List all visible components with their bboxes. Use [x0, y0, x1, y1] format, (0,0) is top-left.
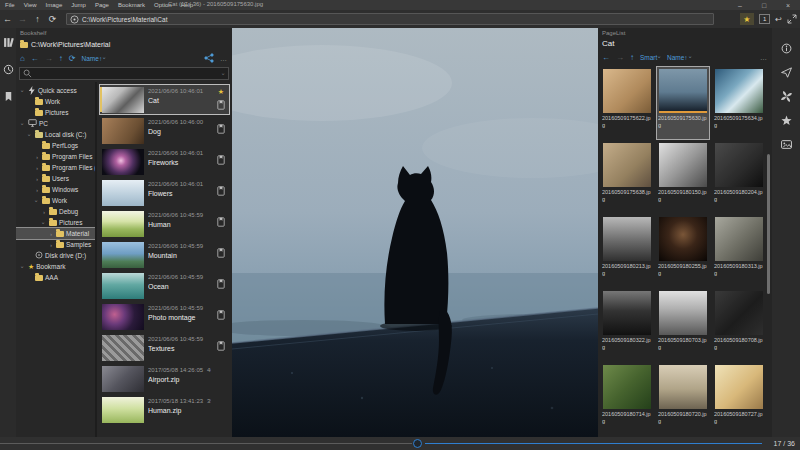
- history-icon[interactable]: [2, 63, 14, 75]
- up-button[interactable]: ↑: [30, 10, 45, 28]
- expander-icon[interactable]: ›: [34, 154, 40, 160]
- expander-icon[interactable]: ›: [34, 187, 40, 193]
- expander-icon[interactable]: ›: [41, 209, 47, 215]
- search-box[interactable]: ›: [19, 67, 229, 80]
- pagelist-scrollbar[interactable]: [767, 154, 770, 294]
- tree-item-users[interactable]: ›Users: [16, 173, 95, 184]
- page-thumb-20160509180322[interactable]: 20160509180322.jpg: [600, 288, 654, 362]
- expander-icon[interactable]: ›: [41, 220, 47, 226]
- page-thumb-20160509180150[interactable]: 20160509180150.jpg: [656, 140, 710, 214]
- page-thumb-20160509180213[interactable]: 20160509180213.jpg: [600, 214, 654, 288]
- tree-item-aaa[interactable]: AAA: [16, 272, 95, 283]
- book-item-fireworks[interactable]: 2021/06/06 10:46:01Fireworks: [99, 146, 230, 177]
- fullscreen-icon[interactable]: [787, 14, 797, 24]
- menu-image[interactable]: Image: [46, 2, 63, 8]
- page-thumb-20160509180703[interactable]: 20160509180703.jpg: [656, 288, 710, 362]
- menu-file[interactable]: File: [5, 2, 15, 8]
- book-item-dog[interactable]: 2021/06/06 10:46:00Dog: [99, 115, 230, 146]
- page-thumb-20160509180727[interactable]: 20160509180727.jpg: [712, 362, 766, 436]
- tree-item-windows[interactable]: ›Windows: [16, 184, 95, 195]
- expander-icon[interactable]: ›: [34, 176, 40, 182]
- page-thumb-20160509175622[interactable]: 20160509175622.jpg: [600, 66, 654, 140]
- minimize-button[interactable]: –: [728, 0, 752, 10]
- return-focus-icon[interactable]: ↩: [775, 15, 782, 24]
- shelf-more-button[interactable]: …: [220, 55, 228, 62]
- tree-item-program-files[interactable]: ›Program Files: [16, 151, 95, 162]
- tree-item-pictures[interactable]: Pictures: [16, 107, 95, 118]
- expander-icon[interactable]: ›: [34, 198, 40, 204]
- page-thumb-20160509180204[interactable]: 20160509180204.jpg: [712, 140, 766, 214]
- pagelist-forward-button[interactable]: →: [616, 53, 624, 62]
- share-view-icon[interactable]: [204, 53, 214, 63]
- tree-item-program-files-x86-[interactable]: ›Program Files (x86): [16, 162, 95, 173]
- tree-item-bookmark[interactable]: ›★Bookmark: [16, 261, 95, 272]
- pagelist-sort-dropdown[interactable]: Name↑ ›: [667, 54, 691, 61]
- page-slider-handle[interactable]: [413, 439, 422, 448]
- menu-page[interactable]: Page: [95, 2, 109, 8]
- page-slider-track-right[interactable]: [425, 443, 762, 444]
- tree-item-quick-access[interactable]: ›Quick access: [16, 85, 95, 96]
- menu-bookmark[interactable]: Bookmark: [118, 2, 145, 8]
- menu-view[interactable]: View: [24, 2, 37, 8]
- expander-icon[interactable]: ›: [48, 242, 54, 248]
- page-thumb-20160509175630[interactable]: 20160509175630.jpg: [656, 66, 710, 140]
- book-item-ocean[interactable]: 2021/06/06 10:45:59Ocean: [99, 270, 230, 301]
- pagelist-more-button[interactable]: …: [760, 54, 768, 61]
- shelf-forward-button[interactable]: →: [45, 54, 53, 63]
- book-item-photo-montage[interactable]: 2021/06/06 10:45:59Photo montage: [99, 301, 230, 332]
- pagelist-up-button[interactable]: ↑: [630, 53, 634, 62]
- tree-item-pc[interactable]: ›PC: [16, 118, 95, 129]
- close-button[interactable]: ×: [776, 0, 800, 10]
- expander-icon[interactable]: ›: [20, 88, 26, 94]
- book-item-airport-zip[interactable]: 2017/05/08 14:26:05402 KBAirport.zip: [99, 363, 230, 394]
- pagelist-back-button[interactable]: ←: [602, 53, 610, 62]
- book-item-cat[interactable]: 2021/06/06 10:46:01Cat★: [99, 84, 230, 115]
- page-thumb-20160509175638[interactable]: 20160509175638.jpg: [600, 140, 654, 214]
- effects-icon[interactable]: [780, 90, 792, 102]
- page-thumb-20160509180714[interactable]: 20160509180714.jpg: [600, 362, 654, 436]
- bookshelf-icon[interactable]: [2, 36, 14, 48]
- book-item-human-zip[interactable]: 2017/05/18 13:41:23395 KBHuman.zip: [99, 394, 230, 425]
- pagelist-filter-dropdown[interactable]: Smart ›: [640, 54, 661, 61]
- shelf-up-button[interactable]: ↑: [59, 54, 63, 63]
- shelf-refresh-button[interactable]: ⟳: [69, 54, 76, 63]
- book-item-flowers[interactable]: 2021/06/06 10:46:01Flowers: [99, 177, 230, 208]
- menu-jump[interactable]: Jump: [71, 2, 86, 8]
- playlist-icon[interactable]: [2, 90, 14, 102]
- address-input[interactable]: C:\Work\Pictures\Material\Cat: [66, 13, 714, 25]
- bookmark-star-button[interactable]: ★: [740, 13, 754, 25]
- shelf-back-button[interactable]: ←: [31, 54, 39, 63]
- image-playlist-icon[interactable]: [780, 138, 792, 150]
- forward-button[interactable]: →: [15, 10, 30, 28]
- main-image-view[interactable]: [232, 28, 598, 437]
- book-item-human[interactable]: 2021/06/06 10:45:59Human: [99, 208, 230, 239]
- tree-item-material[interactable]: ›Material: [16, 228, 95, 239]
- expander-icon[interactable]: ›: [20, 121, 26, 127]
- book-item-mountain[interactable]: 2021/06/06 10:45:59Mountain: [99, 239, 230, 270]
- expander-icon[interactable]: ›: [34, 165, 40, 171]
- expander-icon[interactable]: ›: [27, 132, 33, 138]
- page-thumb-20160509180255[interactable]: 20160509180255.jpg: [656, 214, 710, 288]
- tree-item-work[interactable]: ›Work: [16, 195, 95, 206]
- info-icon[interactable]: [780, 42, 792, 54]
- expander-icon[interactable]: ›: [48, 231, 54, 237]
- tree-item-pictures[interactable]: ›Pictures: [16, 217, 95, 228]
- tree-item-samples[interactable]: ›Samples: [16, 239, 95, 250]
- back-button[interactable]: ←: [0, 10, 15, 28]
- tree-item-perflogs[interactable]: PerfLogs: [16, 140, 95, 151]
- page-thumb-20160509180720[interactable]: 20160509180720.jpg: [656, 362, 710, 436]
- search-input[interactable]: [35, 70, 220, 77]
- refresh-button[interactable]: ⟳: [45, 10, 60, 28]
- tree-item-debug[interactable]: ›Debug: [16, 206, 95, 217]
- page-thumb-20160509175634[interactable]: 20160509175634.jpg: [712, 66, 766, 140]
- maximize-button[interactable]: □: [752, 0, 776, 10]
- home-button[interactable]: ⌂: [20, 54, 25, 63]
- search-history-chevron-icon[interactable]: ›: [221, 73, 227, 75]
- page-thumb-20160509180708[interactable]: 20160509180708.jpg: [712, 288, 766, 362]
- shelf-sort-dropdown[interactable]: Name↑ ›: [82, 55, 106, 62]
- tree-item-disk-drive-d-[interactable]: Disk drive (D:): [16, 250, 95, 261]
- expander-icon[interactable]: ›: [20, 264, 26, 270]
- bookmark-star-icon[interactable]: [780, 114, 792, 126]
- book-item-textures[interactable]: 2021/06/06 10:45:59Textures: [99, 332, 230, 363]
- tree-item-local-disk-c-[interactable]: ›Local disk (C:): [16, 129, 95, 140]
